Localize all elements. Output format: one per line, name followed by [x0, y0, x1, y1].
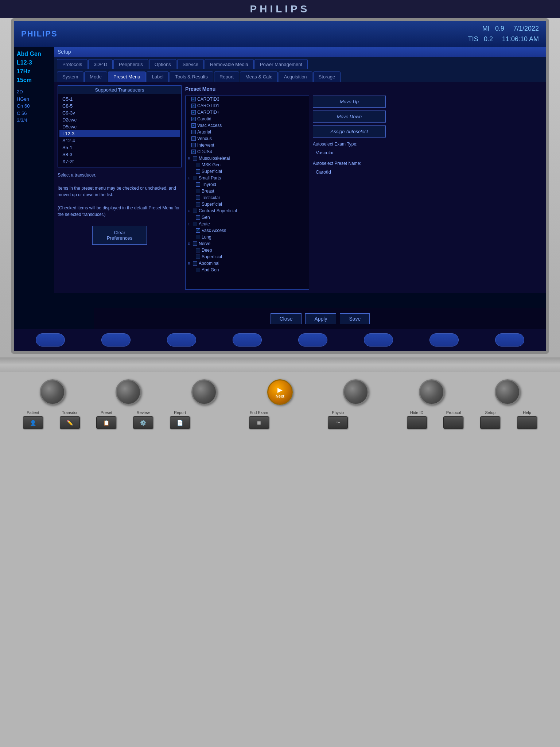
protocol-button[interactable]	[443, 416, 463, 429]
preset-gen[interactable]: Gen	[186, 214, 309, 221]
hide-id-button[interactable]	[407, 416, 427, 429]
preset-carotid3-check: ✓	[191, 97, 196, 101]
preset-button[interactable]: 📋	[96, 416, 116, 429]
func-btn-1[interactable]	[36, 333, 65, 347]
func-btn-6[interactable]	[364, 333, 393, 347]
assign-autoselect-button[interactable]: Assign Autoselect	[313, 125, 386, 138]
preset-abdominal[interactable]: ⊟ Abdominal	[186, 260, 309, 267]
preset-acute[interactable]: ⊟ Acute	[186, 221, 309, 227]
knob-1[interactable]	[40, 379, 65, 405]
preset-carotid3[interactable]: ✓ CAROTID3	[186, 96, 309, 102]
func-btn-7[interactable]	[429, 333, 459, 347]
knob-3[interactable]	[191, 379, 217, 405]
transducer-s5-1[interactable]: S5-1	[59, 144, 180, 151]
tab-report[interactable]: Report	[214, 71, 239, 82]
preset-msk-gen[interactable]: MSK Gen	[186, 162, 309, 168]
transducer-s12-4[interactable]: S12-4	[59, 137, 180, 144]
preset-vasc-access-2[interactable]: ✓ Vasc Access	[186, 227, 309, 234]
expand-small-parts-icon: ⊟	[187, 176, 191, 180]
move-up-button[interactable]: Move Up	[313, 96, 386, 108]
preset-contrast-superficial[interactable]: ⊟ Contrast Superficial	[186, 208, 309, 214]
transducer-c5-1[interactable]: C5-1	[59, 96, 180, 102]
preset-superficial-sp[interactable]: Superficial	[186, 201, 309, 208]
knob-5[interactable]	[419, 379, 444, 405]
preset-testicular[interactable]: Testicular	[186, 194, 309, 201]
save-button[interactable]: Save	[340, 313, 370, 324]
tab-3d4d[interactable]: 3D/4D	[88, 59, 113, 69]
tab-acquisition[interactable]: Acquisition	[279, 71, 312, 82]
physio-button[interactable]: 〜	[328, 416, 348, 429]
preset-intervent[interactable]: Intervent	[186, 142, 309, 148]
knob-4[interactable]	[343, 379, 369, 405]
tab-mode[interactable]: Mode	[84, 71, 107, 82]
help-button[interactable]	[517, 416, 537, 429]
setup-button[interactable]	[480, 416, 500, 429]
close-button[interactable]: Close	[271, 313, 302, 324]
report-button[interactable]: 📄	[170, 416, 190, 429]
func-btn-4[interactable]	[233, 333, 262, 347]
autoselect-preset-label: Autoselect Preset Name:	[313, 160, 386, 168]
transdcr-button[interactable]: ✏️	[60, 416, 80, 429]
preset-carotidplus[interactable]: ✓ CAROTID+	[186, 109, 309, 116]
preset-thyroid[interactable]: Thyroid	[186, 181, 309, 188]
preset-superficial-nerve-check	[196, 255, 200, 259]
preset-cdus4-check: ✓	[191, 150, 196, 154]
func-btn-8[interactable]	[495, 333, 524, 347]
end-exam-button[interactable]: ⏹	[249, 416, 269, 429]
preset-abd-gen[interactable]: Abd Gen	[186, 267, 309, 273]
func-btn-3[interactable]	[167, 333, 196, 347]
autoselect-preset-value: Carotid	[313, 168, 386, 176]
tab-storage[interactable]: Storage	[313, 71, 341, 82]
preset-venous[interactable]: Venous	[186, 135, 309, 142]
transducer-c8-5[interactable]: C8-5	[59, 102, 180, 109]
transducer-x7-2t[interactable]: X7-2t	[59, 158, 180, 165]
transducer-d5cwc[interactable]: D5cwc	[59, 123, 180, 130]
preset-musculoskeletal[interactable]: ⊟ Musculoskeletal	[186, 155, 309, 162]
preset-cdus4[interactable]: ✓ CDUS4	[186, 148, 309, 155]
transducer-d2cwc[interactable]: D2cwc	[59, 116, 180, 123]
func-btn-5[interactable]	[298, 333, 327, 347]
patient-label: Patient	[27, 410, 39, 415]
next-button[interactable]: ▶ Next	[267, 379, 293, 405]
clear-preferences-button[interactable]: Clear Preferences	[92, 226, 147, 245]
preset-icon: 📋	[103, 420, 109, 426]
tab-preset-menu[interactable]: Preset Menu	[108, 71, 146, 82]
preset-small-parts[interactable]: ⊟ Small Parts	[186, 175, 309, 181]
move-down-button[interactable]: Move Down	[313, 111, 386, 123]
tab-meas-calc[interactable]: Meas & Calc	[240, 71, 278, 82]
apply-button[interactable]: Apply	[305, 313, 336, 324]
tab-peripherals[interactable]: Peripherals	[113, 59, 148, 69]
tab-tools-results[interactable]: Tools & Results	[170, 71, 213, 82]
transducer-s8-3[interactable]: S8-3	[59, 151, 180, 158]
preset-carotid[interactable]: ✓ Carotid	[186, 116, 309, 122]
patient-button[interactable]: 👤	[23, 416, 43, 429]
transducer-c9-3v[interactable]: C9-3v	[59, 109, 180, 116]
preset-vasc-access[interactable]: ✓ Vasc Access	[186, 122, 309, 129]
preset-arterial[interactable]: Arterial	[186, 129, 309, 135]
transducer-l12-3[interactable]: L12-3	[59, 130, 180, 137]
preset-nerve[interactable]: ⊟ Nerve	[186, 240, 309, 247]
preset-superficial-nerve[interactable]: Superficial	[186, 253, 309, 260]
tab-service[interactable]: Service	[177, 59, 204, 69]
knob-2[interactable]	[116, 379, 141, 405]
tab-protocols[interactable]: Protocols	[57, 59, 88, 69]
tab-label[interactable]: Label	[147, 71, 169, 82]
preset-abd-gen-check	[196, 268, 200, 272]
preset-breast[interactable]: Breast	[186, 188, 309, 194]
preset-deep[interactable]: Deep	[186, 247, 309, 253]
physio-btn-group: Physio 〜	[328, 410, 348, 429]
preset-lung[interactable]: Lung	[186, 234, 309, 240]
tab-options[interactable]: Options	[149, 59, 176, 69]
tab-removable-media[interactable]: Removable Media	[205, 59, 254, 69]
func-btn-2[interactable]	[101, 333, 131, 347]
preset-superficial-msk[interactable]: Superficial	[186, 168, 309, 175]
knob-6[interactable]	[495, 379, 520, 405]
preset-carotid1[interactable]: ✓ CAROTID1	[186, 102, 309, 109]
preset-list-scroll[interactable]: ✓ CAROTID3 ✓ CAROTID1 ✓ CAROTI	[185, 96, 309, 290]
end-exam-label: End Exam	[250, 410, 268, 415]
preset-superficial-sp-check	[196, 202, 200, 206]
preset-menu-container: ✓ CAROTID3 ✓ CAROTID1 ✓ CAROTI	[185, 96, 542, 290]
tab-power-mgmt[interactable]: Power Management	[254, 59, 308, 69]
review-button[interactable]: ⚙️	[133, 416, 153, 429]
tab-system[interactable]: System	[57, 71, 83, 82]
